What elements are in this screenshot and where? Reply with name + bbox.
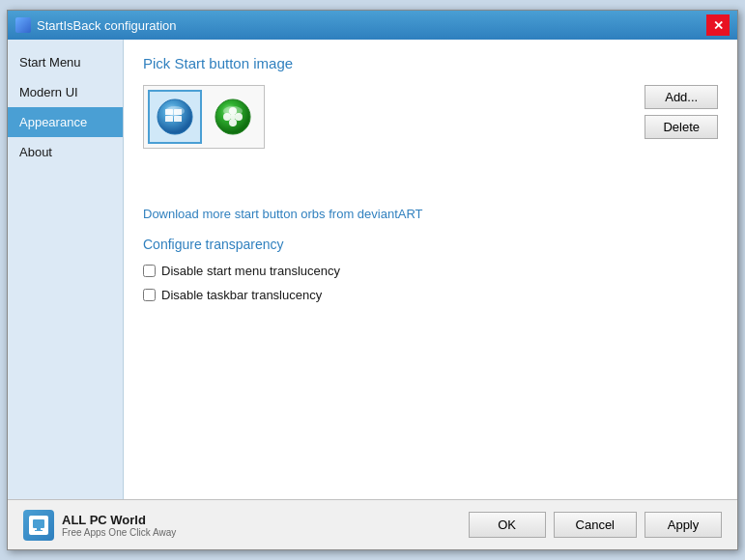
disable-start-menu-label[interactable]: Disable start menu translucency (161, 264, 340, 278)
orb-slot-clover[interactable] (206, 90, 260, 144)
title-bar: StartIsBack configuration ✕ (8, 11, 737, 40)
svg-rect-15 (37, 528, 41, 530)
footer: ALL PC World Free Apps One Click Away OK… (8, 499, 737, 549)
sidebar-item-appearance[interactable]: Appearance (8, 107, 123, 137)
content-area: Start Menu Modern UI Appearance About Pi… (8, 40, 737, 499)
svg-rect-3 (174, 109, 182, 115)
add-button[interactable]: Add... (645, 85, 718, 109)
brand-logo (23, 510, 54, 541)
transparency-title: Configure transparency (143, 237, 718, 252)
pc-icon (31, 518, 46, 533)
main-content-panel: Pick Start button image (124, 40, 737, 499)
sidebar-item-start-menu[interactable]: Start Menu (8, 47, 123, 77)
download-link[interactable]: Download more start button orbs from dev… (143, 207, 718, 221)
section-title: Pick Start button image (143, 55, 718, 71)
image-grid (143, 85, 265, 149)
clover-orb-icon (214, 98, 252, 136)
checkbox-row-taskbar: Disable taskbar translucency (143, 288, 718, 302)
sidebar: Start Menu Modern UI Appearance About (8, 40, 124, 499)
disable-start-menu-checkbox[interactable] (143, 265, 156, 277)
svg-point-12 (230, 114, 236, 120)
orb-slot-windows[interactable] (148, 90, 202, 144)
disable-taskbar-checkbox[interactable] (143, 289, 156, 301)
delete-button[interactable]: Delete (645, 115, 718, 139)
svg-rect-4 (165, 116, 173, 122)
footer-brand: ALL PC World Free Apps One Click Away (23, 510, 176, 541)
brand-logo-icon (29, 516, 48, 535)
app-icon (15, 17, 31, 33)
checkbox-row-start-menu: Disable start menu translucency (143, 264, 718, 278)
footer-buttons: OK Cancel Apply (469, 512, 722, 538)
image-picker-area: Add... Delete (143, 85, 718, 149)
brand-name: ALL PC World (62, 513, 176, 527)
windows-orb-icon (156, 98, 194, 136)
title-bar-left: StartIsBack configuration (15, 17, 177, 33)
sidebar-item-modern-ui[interactable]: Modern UI (8, 77, 123, 107)
brand-tagline: Free Apps One Click Away (62, 527, 176, 538)
cancel-button[interactable]: Cancel (554, 512, 637, 538)
disable-taskbar-label[interactable]: Disable taskbar translucency (161, 288, 322, 302)
svg-point-8 (229, 107, 237, 115)
image-btn-group: Add... Delete (645, 85, 718, 139)
window-title: StartIsBack configuration (37, 18, 177, 33)
svg-rect-13 (232, 122, 234, 126)
svg-rect-16 (35, 530, 43, 531)
main-window: StartIsBack configuration ✕ Start Menu M… (7, 10, 738, 550)
apply-button[interactable]: Apply (645, 512, 722, 538)
svg-rect-5 (174, 116, 182, 122)
svg-rect-2 (165, 109, 173, 115)
brand-text: ALL PC World Free Apps One Click Away (62, 513, 176, 538)
sidebar-item-about[interactable]: About (8, 137, 123, 167)
svg-point-10 (223, 113, 231, 121)
svg-rect-14 (33, 519, 44, 528)
svg-point-9 (235, 113, 243, 121)
close-button[interactable]: ✕ (706, 14, 730, 36)
ok-button[interactable]: OK (469, 512, 546, 538)
